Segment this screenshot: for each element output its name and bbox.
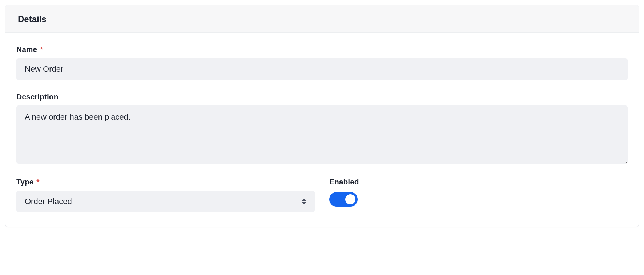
type-label-text: Type xyxy=(16,178,33,186)
description-input[interactable] xyxy=(16,105,628,164)
description-group: Description xyxy=(16,92,628,165)
card-title: Details xyxy=(18,14,626,24)
name-label-text: Name xyxy=(16,45,37,53)
type-select-wrapper: Order Placed xyxy=(16,191,315,212)
enabled-group: Enabled xyxy=(329,178,628,207)
name-group: Name * xyxy=(16,45,628,80)
enabled-label: Enabled xyxy=(329,178,628,186)
card-header: Details xyxy=(5,5,639,33)
name-input[interactable] xyxy=(16,58,628,80)
description-label-text: Description xyxy=(16,92,59,101)
type-enabled-row: Type * Order Placed Enabled xyxy=(16,178,628,212)
required-marker: * xyxy=(36,178,39,186)
required-marker: * xyxy=(40,45,43,53)
enabled-toggle[interactable] xyxy=(329,192,358,207)
name-label: Name * xyxy=(16,45,628,54)
type-label: Type * xyxy=(16,178,315,186)
toggle-slider xyxy=(329,192,358,207)
card-body: Name * Description Type * Order Placed xyxy=(5,33,639,227)
type-group: Type * Order Placed xyxy=(16,178,315,212)
description-label: Description xyxy=(16,92,628,101)
type-select[interactable]: Order Placed xyxy=(16,191,315,212)
details-card: Details Name * Description Type * xyxy=(5,5,639,227)
enabled-label-text: Enabled xyxy=(329,178,359,186)
